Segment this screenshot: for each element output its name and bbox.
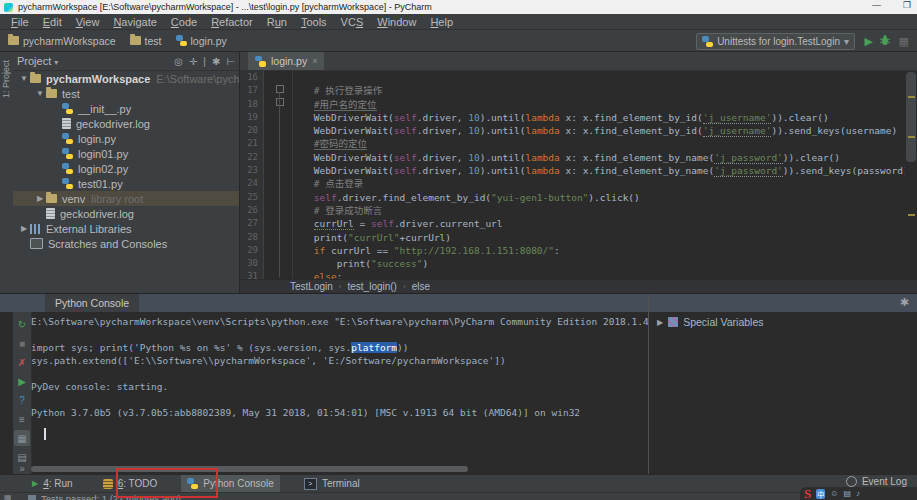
menu-item-tools[interactable]: Tools	[294, 16, 334, 28]
coverage-button[interactable]: ▦	[899, 34, 909, 48]
tree-item-ExternalLibraries[interactable]: ▶External Libraries	[13, 221, 239, 236]
warning-stripe-mark[interactable]	[908, 214, 915, 216]
ime-icon-2[interactable]: ▤	[843, 489, 851, 498]
menu-item-file[interactable]: File	[4, 16, 36, 28]
rerun-icon[interactable]: ↻	[14, 316, 30, 332]
toolwindow-tab-terminal[interactable]: >Terminal	[298, 475, 366, 493]
breadcrumb-test[interactable]: test	[130, 35, 162, 47]
hide-icon[interactable]: ⊢	[226, 56, 235, 67]
menu-item-navigate[interactable]: Navigate	[106, 16, 163, 28]
variables-icon[interactable]: ▦	[14, 430, 30, 446]
editor-breadcrumb-1[interactable]: test_login()	[347, 281, 396, 292]
maximize-button[interactable]: ❐	[903, 0, 911, 10]
tree-item-login02py[interactable]: login02.py	[13, 161, 239, 176]
fold-marker-icon[interactable]	[276, 98, 284, 106]
tree-item-test[interactable]: ▼test	[13, 86, 239, 101]
run-configuration-select[interactable]: Unittests for login.TestLogin ▾	[696, 33, 855, 50]
special-variables-row[interactable]: ▶ Special Variables	[657, 316, 764, 328]
menu-item-help[interactable]: Help	[423, 16, 460, 28]
tab-login-py[interactable]: login.py ×	[248, 52, 324, 70]
code-line: self.driver.find_element_by_id("yui-gen1…	[268, 191, 905, 204]
code-line: WebDriverWait(self.driver, 10).until(lam…	[268, 124, 905, 137]
tree-item-loginpy[interactable]: login.py	[13, 131, 239, 146]
ime-icon-0[interactable]: 中	[816, 489, 825, 499]
console-splitter[interactable]	[648, 294, 649, 475]
tree-item-pycharmWorkspace[interactable]: ▼pycharmWorkspaceE:\Software\pycharmWork…	[13, 71, 239, 86]
tool-window-switcher-icon[interactable]: ▦	[4, 493, 12, 500]
close-icon[interactable]: ✗	[14, 354, 30, 370]
gear-icon[interactable]: ✱	[900, 296, 909, 309]
editor-scrollbar[interactable]	[906, 72, 916, 162]
stop-icon[interactable]: ■	[14, 335, 30, 351]
code-line: # 登录成功断言	[268, 204, 905, 217]
window-title: pycharmWorkspace [E:\Software\pycharmWor…	[18, 2, 432, 12]
console-output[interactable]: E:\Software\pycharmWorkspace\venv\Script…	[31, 312, 648, 463]
debug-button[interactable]	[879, 34, 891, 49]
tree-item-label: test01.py	[78, 178, 123, 190]
tree-item-test01py[interactable]: test01.py	[13, 176, 239, 191]
event-log-button[interactable]: Event Log	[846, 476, 907, 487]
editor-breadcrumb-2[interactable]: else	[412, 281, 430, 292]
tree-item-geckodriverlog[interactable]: geckodriver.log	[13, 116, 239, 131]
close-icon[interactable]: ×	[312, 56, 317, 66]
menu-item-code[interactable]: Code	[164, 16, 204, 28]
tree-item-geckodriverlog[interactable]: geckodriver.log	[13, 206, 239, 221]
project-panel-header: Project ▾ ◎✛|✱⊢	[13, 52, 239, 71]
toolwindow-tab-4-run[interactable]: ▶4: Run	[26, 475, 79, 493]
tree-item-label: login01.py	[78, 148, 128, 160]
sogou-logo-icon[interactable]: S	[804, 486, 811, 500]
console-hscrollbar[interactable]	[31, 466, 468, 472]
project-dropdown[interactable]: Project ▾	[17, 55, 58, 67]
toolwindow-tab-label: 4: Run	[43, 478, 72, 489]
tree-item-label: geckodriver.log	[60, 208, 134, 220]
fold-marker-icon[interactable]	[276, 85, 284, 93]
help-icon[interactable]: ?	[14, 392, 30, 408]
editor-gutter[interactable]: 16 17 18 19 20 21 22 23 24 25 26 27 28 2…	[240, 70, 264, 280]
warning-stripe-mark[interactable]	[908, 96, 915, 98]
menu-item-window[interactable]: Window	[370, 16, 423, 28]
code-area[interactable]: # 执行登录操作 #用户名的定位 WebDriverWait(self.driv…	[264, 70, 905, 280]
tree-expand-icon[interactable]: ▶	[18, 224, 30, 233]
tree-item-venv[interactable]: ▶venvlibrary root	[13, 191, 239, 206]
console-header: Python Console ✱	[0, 294, 917, 313]
ime-icon-1[interactable]: ☺	[830, 489, 838, 498]
code-line	[268, 71, 905, 84]
minimize-button[interactable]: —	[872, 0, 881, 10]
code-line: print("currUrl"+currUrl)	[268, 231, 905, 244]
menu-item-vcs[interactable]: VCS	[334, 16, 371, 28]
sidebar-item-project[interactable]: 1: Project	[1, 60, 11, 98]
editor-breadcrumb-0[interactable]: TestLogin	[290, 281, 333, 292]
ime-icon-3[interactable]: ♪	[856, 489, 860, 498]
console-title-tab[interactable]: Python Console	[45, 294, 139, 312]
collapse-all-icon[interactable]: ✛	[189, 56, 197, 67]
settings-icon[interactable]: ≡	[14, 411, 30, 427]
menu-item-refactor[interactable]: Refactor	[204, 16, 260, 28]
editor-tab-bar: login.py ×	[240, 52, 917, 71]
menu-bar: FileEditViewNavigateCodeRefactorRunTools…	[0, 14, 917, 30]
breadcrumb-pycharmWorkspace[interactable]: pycharmWorkspace	[8, 35, 116, 47]
tree-item-label: __init__.py	[78, 103, 131, 115]
code-line: WebDriverWait(self.driver, 10).until(lam…	[268, 111, 905, 124]
menu-item-edit[interactable]: Edit	[36, 16, 69, 28]
run-icon[interactable]: ▶	[14, 373, 30, 389]
tree-item-__init__py[interactable]: __init__.py	[13, 101, 239, 116]
navigation-bar: pycharmWorkspacetestlogin.py Unittests f…	[0, 30, 917, 52]
breadcrumb-loginpy[interactable]: login.py	[176, 35, 227, 47]
code-line: currUrl = self.driver.current_url	[268, 217, 905, 230]
locate-icon[interactable]: ◎	[174, 56, 183, 67]
menu-item-run[interactable]: Run	[260, 16, 294, 28]
tree-expand-icon[interactable]: ▼	[34, 89, 46, 98]
tree-item-ScratchesandConsoles[interactable]: Scratches and Consoles	[13, 236, 239, 251]
breadcrumb-separator: ›	[339, 282, 342, 291]
warning-stripe-mark[interactable]	[908, 136, 915, 138]
run-small-icon: ▶	[32, 479, 38, 488]
code-line: # 点击登录	[268, 177, 905, 190]
tree-item-login01py[interactable]: login01.py	[13, 146, 239, 161]
menu-item-view[interactable]: View	[69, 16, 107, 28]
tree-expand-icon[interactable]: ▶	[34, 194, 46, 203]
tree-expand-icon[interactable]: ▼	[18, 74, 30, 83]
settings-icon[interactable]: ✱	[212, 56, 220, 67]
chevron-right-icon: ▶	[657, 318, 663, 327]
run-button[interactable]: ▶	[865, 34, 873, 48]
tree-item-label: test	[62, 88, 80, 100]
